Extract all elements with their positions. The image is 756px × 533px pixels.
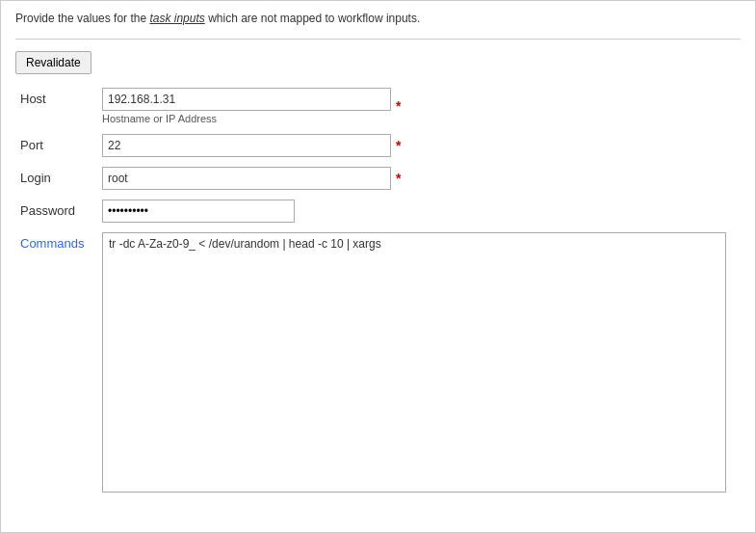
port-input[interactable] [102,134,391,157]
login-required-star: * [396,171,401,186]
separator [15,39,741,40]
login-input-wrapper: * [102,167,741,190]
host-input-wrapper: Hostname or IP Address * [102,88,741,124]
description-text: Provide the values for the task inputs w… [15,11,741,27]
login-input[interactable] [102,167,391,190]
host-row: Host Hostname or IP Address * [20,88,741,124]
page-container: Provide the values for the task inputs w… [0,0,756,533]
description-highlight: task inputs [149,12,204,25]
commands-input-wrapper: tr -dc A-Za-z0-9_ < /dev/urandom | head … [102,232,741,493]
host-required-star: * [396,98,401,114]
password-row: Password [20,200,741,223]
commands-row: Commands tr -dc A-Za-z0-9_ < /dev/urando… [20,232,741,493]
commands-textarea[interactable]: tr -dc A-Za-z0-9_ < /dev/urandom | head … [102,232,726,493]
commands-label: Commands [20,232,102,251]
host-label: Host [20,88,102,106]
revalidate-button[interactable]: Revalidate [15,51,91,74]
host-input[interactable] [102,88,391,111]
login-label: Login [20,167,102,185]
port-input-wrapper: * [102,134,741,157]
host-input-group: Hostname or IP Address [102,88,391,124]
form-container: Host Hostname or IP Address * Port * Log… [15,88,741,493]
password-label: Password [20,200,102,218]
password-input-wrapper [102,200,741,223]
port-required-star: * [396,138,401,153]
host-hint: Hostname or IP Address [102,113,391,124]
login-row: Login * [20,167,741,190]
port-row: Port * [20,134,741,157]
port-label: Port [20,134,102,152]
password-input[interactable] [102,200,295,223]
